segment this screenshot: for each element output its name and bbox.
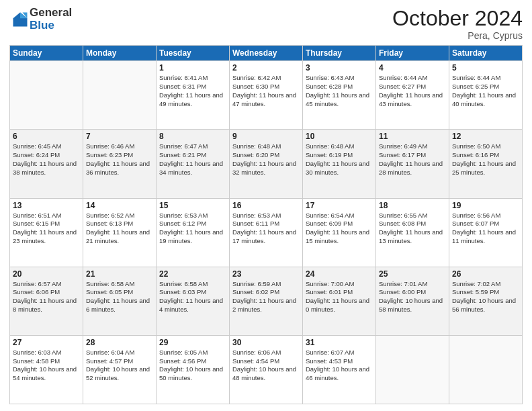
day-number: 25 [379, 269, 446, 279]
day-info: Daylight: 11 hours and 43 minutes. [379, 91, 446, 109]
calendar-header-row: Sunday Monday Tuesday Wednesday Thursday… [10, 46, 523, 61]
month-title: October 2024 [392, 7, 523, 30]
calendar-cell: 29Sunrise: 6:05 AMSunset: 4:56 PMDayligh… [157, 335, 230, 404]
day-info: Daylight: 11 hours and 2 minutes. [232, 297, 300, 314]
day-number: 31 [306, 338, 373, 347]
day-info: Sunset: 6:19 PM [306, 151, 373, 160]
calendar-cell: 22Sunrise: 6:58 AMSunset: 6:03 PMDayligh… [157, 267, 230, 335]
day-info: Sunrise: 6:46 AM [86, 142, 153, 151]
day-number: 12 [452, 132, 519, 141]
day-info: Sunrise: 6:43 AM [306, 74, 373, 83]
calendar-cell: 3Sunrise: 6:43 AMSunset: 6:28 PMDaylight… [303, 61, 376, 130]
day-info: Daylight: 11 hours and 30 minutes. [306, 160, 373, 177]
day-number: 2 [232, 63, 300, 73]
day-info: Sunrise: 6:56 AM [452, 212, 519, 220]
calendar-week-row: 20Sunrise: 6:57 AMSunset: 6:06 PMDayligh… [10, 267, 523, 335]
day-info: Sunset: 6:25 PM [452, 83, 519, 91]
calendar-cell: 24Sunrise: 7:00 AMSunset: 6:01 PMDayligh… [303, 267, 376, 335]
calendar-cell [449, 335, 523, 404]
day-info: Sunset: 6:20 PM [232, 151, 300, 160]
calendar-cell: 19Sunrise: 6:56 AMSunset: 6:07 PMDayligh… [449, 198, 523, 267]
day-number: 13 [13, 201, 80, 210]
header-wednesday: Wednesday [230, 46, 303, 61]
day-info: Sunrise: 7:00 AM [306, 280, 373, 289]
day-info: Daylight: 10 hours and 48 minutes. [232, 365, 300, 383]
day-info: Daylight: 11 hours and 19 minutes. [159, 228, 226, 246]
day-info: Sunset: 4:53 PM [306, 357, 373, 366]
day-info: Sunset: 6:09 PM [306, 220, 373, 228]
day-info: Sunset: 6:31 PM [159, 83, 226, 91]
calendar-cell: 8Sunrise: 6:47 AMSunset: 6:21 PMDaylight… [157, 130, 230, 198]
logo-icon [11, 10, 30, 29]
calendar-cell: 27Sunrise: 6:03 AMSunset: 4:58 PMDayligh… [10, 335, 83, 404]
calendar-cell: 10Sunrise: 6:48 AMSunset: 6:19 PMDayligh… [303, 130, 376, 198]
day-number: 29 [159, 338, 226, 347]
calendar-cell: 5Sunrise: 6:44 AMSunset: 6:25 PMDaylight… [449, 61, 523, 130]
day-number: 1 [159, 63, 226, 73]
calendar-table: Sunday Monday Tuesday Wednesday Thursday… [9, 45, 523, 404]
day-info: Sunrise: 6:44 AM [379, 74, 446, 83]
day-info: Daylight: 11 hours and 49 minutes. [159, 91, 226, 109]
day-number: 9 [232, 132, 300, 141]
header-thursday: Thursday [303, 46, 376, 61]
calendar-cell: 21Sunrise: 6:58 AMSunset: 6:05 PMDayligh… [83, 267, 157, 335]
day-info: Sunrise: 6:41 AM [159, 74, 226, 83]
day-info: Sunrise: 6:05 AM [159, 349, 226, 357]
calendar-cell: 11Sunrise: 6:49 AMSunset: 6:17 PMDayligh… [376, 130, 449, 198]
day-info: Sunset: 4:58 PM [13, 357, 80, 366]
day-number: 24 [306, 269, 373, 279]
day-number: 27 [13, 338, 80, 347]
day-number: 11 [379, 132, 446, 141]
logo: General Blue [9, 7, 72, 32]
day-info: Sunset: 6:07 PM [452, 220, 519, 228]
day-info: Sunrise: 6:48 AM [232, 142, 300, 151]
day-info: Sunrise: 6:06 AM [232, 349, 300, 357]
calendar-cell: 14Sunrise: 6:52 AMSunset: 6:13 PMDayligh… [83, 198, 157, 267]
day-info: Sunset: 6:03 PM [159, 288, 226, 297]
day-info: Daylight: 11 hours and 36 minutes. [86, 160, 153, 177]
page-header: General Blue October 2024 Pera, Cyprus [9, 7, 523, 41]
calendar-cell: 15Sunrise: 6:53 AMSunset: 6:12 PMDayligh… [157, 198, 230, 267]
day-number: 14 [86, 201, 153, 210]
day-info: Sunset: 6:27 PM [379, 83, 446, 91]
calendar-cell: 6Sunrise: 6:45 AMSunset: 6:24 PMDaylight… [10, 130, 83, 198]
day-number: 21 [86, 269, 153, 279]
day-info: Daylight: 11 hours and 38 minutes. [13, 160, 80, 177]
day-info: Daylight: 11 hours and 40 minutes. [452, 91, 519, 109]
day-info: Sunset: 6:23 PM [86, 151, 153, 160]
calendar-week-row: 6Sunrise: 6:45 AMSunset: 6:24 PMDaylight… [10, 130, 523, 198]
day-info: Daylight: 11 hours and 25 minutes. [452, 160, 519, 177]
day-number: 20 [13, 269, 80, 279]
page-container: General Blue October 2024 Pera, Cyprus S… [0, 0, 532, 411]
day-info: Sunset: 6:01 PM [306, 288, 373, 297]
day-info: Sunrise: 6:47 AM [159, 142, 226, 151]
day-info: Sunrise: 7:02 AM [452, 280, 519, 289]
day-info: Sunset: 6:05 PM [86, 288, 153, 297]
day-info: Daylight: 11 hours and 45 minutes. [306, 91, 373, 109]
day-info: Sunset: 6:17 PM [379, 151, 446, 160]
day-info: Daylight: 11 hours and 32 minutes. [232, 160, 300, 177]
day-number: 3 [306, 63, 373, 73]
day-info: Daylight: 11 hours and 13 minutes. [379, 228, 446, 246]
calendar-cell [10, 61, 83, 130]
day-info: Sunrise: 6:58 AM [86, 280, 153, 289]
day-info: Sunset: 4:57 PM [86, 357, 153, 366]
day-info: Daylight: 11 hours and 34 minutes. [159, 160, 226, 177]
calendar-cell: 23Sunrise: 6:59 AMSunset: 6:02 PMDayligh… [230, 267, 303, 335]
day-number: 30 [232, 338, 300, 347]
calendar-cell: 30Sunrise: 6:06 AMSunset: 4:54 PMDayligh… [230, 335, 303, 404]
calendar-cell: 9Sunrise: 6:48 AMSunset: 6:20 PMDaylight… [230, 130, 303, 198]
calendar-cell: 12Sunrise: 6:50 AMSunset: 6:16 PMDayligh… [449, 130, 523, 198]
day-info: Sunrise: 6:59 AM [232, 280, 300, 289]
title-block: October 2024 Pera, Cyprus [392, 7, 523, 41]
day-info: Sunrise: 6:42 AM [232, 74, 300, 83]
day-info: Sunset: 6:21 PM [159, 151, 226, 160]
day-number: 8 [159, 132, 226, 141]
day-info: Sunrise: 6:58 AM [159, 280, 226, 289]
day-info: Daylight: 10 hours and 52 minutes. [86, 365, 153, 383]
day-info: Sunset: 6:02 PM [232, 288, 300, 297]
day-info: Sunset: 6:13 PM [86, 220, 153, 228]
logo-blue-text: Blue [30, 19, 72, 32]
day-number: 26 [452, 269, 519, 279]
day-info: Sunrise: 6:44 AM [452, 74, 519, 83]
